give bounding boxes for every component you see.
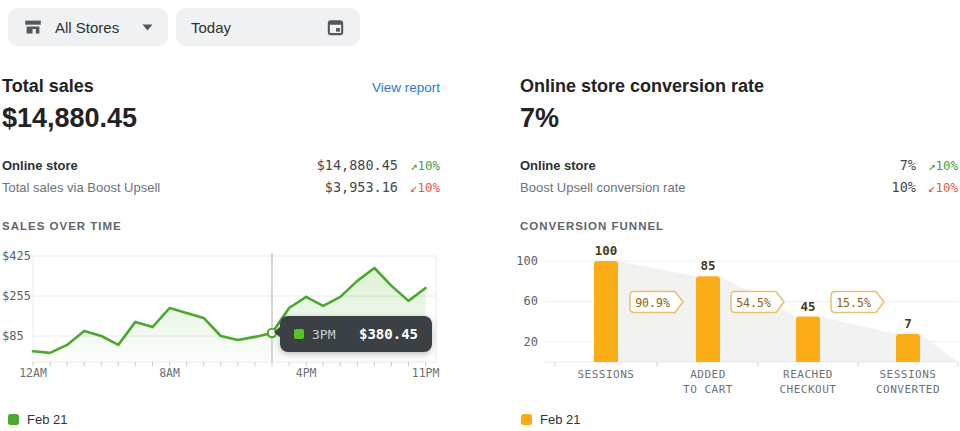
funnel-y-labels: 1006020 bbox=[516, 254, 538, 349]
metric-label: Total sales via Boost Upsell bbox=[2, 180, 268, 195]
svg-text:CHECKOUT: CHECKOUT bbox=[780, 383, 837, 396]
metric-change: ↙10% bbox=[924, 180, 958, 195]
store-selector-label: All Stores bbox=[55, 19, 119, 36]
svg-text:CONVERTED: CONVERTED bbox=[876, 383, 940, 396]
svg-text:8AM: 8AM bbox=[159, 366, 180, 380]
tooltip-value: $380.45 bbox=[359, 326, 418, 342]
analytics-dashboard: { "header": { "store_selector": { "label… bbox=[0, 0, 960, 431]
metric-row-online-store: Online store $14,880.45 ↗10% bbox=[2, 154, 440, 176]
tooltip-series-swatch bbox=[294, 329, 304, 339]
svg-text:$425: $425 bbox=[2, 249, 31, 263]
svg-text:100: 100 bbox=[516, 254, 538, 268]
metric-value: 10% bbox=[786, 179, 916, 195]
svg-text:ADDED: ADDED bbox=[690, 368, 726, 381]
svg-text:54.5%: 54.5% bbox=[736, 296, 771, 310]
total-sales-breakdown: Online store $14,880.45 ↗10% Total sales… bbox=[2, 154, 440, 198]
svg-text:SESSIONS: SESSIONS bbox=[880, 368, 937, 381]
svg-text:$255: $255 bbox=[2, 289, 31, 303]
metric-value: $3,953.16 bbox=[268, 179, 398, 195]
svg-text:SESSIONS: SESSIONS bbox=[578, 368, 635, 381]
store-selector-button[interactable]: All Stores bbox=[8, 8, 168, 46]
legend-label: Feb 21 bbox=[540, 412, 580, 427]
funnel-legend: Feb 21 bbox=[521, 412, 580, 427]
funnel-category-labels: SESSIONSADDEDTO CARTREACHEDCHECKOUTSESSI… bbox=[578, 368, 941, 396]
date-range-label: Today bbox=[191, 19, 231, 36]
svg-text:REACHED: REACHED bbox=[783, 368, 833, 381]
metric-change: ↗10% bbox=[406, 158, 440, 173]
conversion-title: Online store conversion rate bbox=[520, 76, 764, 97]
metric-row-online-store: Online store 7% ↗10% bbox=[520, 154, 958, 176]
conversion-funnel-heading: CONVERSION FUNNEL bbox=[520, 220, 664, 232]
legend-swatch-orange bbox=[521, 414, 532, 425]
chart-tooltip: 3PM $380.45 bbox=[280, 316, 432, 352]
total-sales-title: Total sales bbox=[2, 76, 94, 97]
svg-text:85: 85 bbox=[700, 258, 715, 273]
calendar-icon bbox=[326, 18, 345, 37]
metric-row-boost-upsell: Boost Upsell conversion rate 10% ↙10% bbox=[520, 176, 958, 198]
storefront-icon bbox=[23, 17, 43, 37]
svg-text:100: 100 bbox=[595, 245, 618, 258]
svg-text:4PM: 4PM bbox=[296, 366, 317, 380]
svg-text:$85: $85 bbox=[2, 329, 24, 343]
conversion-funnel-chart[interactable]: 1006020 10085457 90.9% 54.5% 15.5% SESSI… bbox=[515, 245, 960, 405]
metric-value: 7% bbox=[786, 157, 916, 173]
svg-text:15.5%: 15.5% bbox=[836, 296, 871, 310]
svg-text:7: 7 bbox=[904, 316, 912, 331]
conversion-value: 7% bbox=[520, 103, 559, 134]
metric-value: $14,880.45 bbox=[268, 157, 398, 173]
date-range-button[interactable]: Today bbox=[176, 8, 360, 46]
svg-text:12AM: 12AM bbox=[19, 366, 47, 380]
top-filter-bar: All Stores Today bbox=[0, 0, 960, 56]
metric-row-boost-upsell: Total sales via Boost Upsell $3,953.16 ↙… bbox=[2, 176, 440, 198]
chevron-down-icon bbox=[142, 24, 153, 31]
metric-label: Online store bbox=[2, 158, 268, 173]
svg-text:20: 20 bbox=[524, 335, 538, 349]
sales-legend: Feb 21 bbox=[8, 412, 67, 427]
legend-label: Feb 21 bbox=[27, 412, 67, 427]
metric-label: Boost Upsell conversion rate bbox=[520, 180, 786, 195]
metric-change: ↗10% bbox=[924, 158, 958, 173]
conversion-breakdown: Online store 7% ↗10% Boost Upsell conver… bbox=[520, 154, 958, 198]
total-sales-value: $14,880.45 bbox=[2, 103, 137, 134]
metric-change: ↙10% bbox=[406, 180, 440, 195]
svg-text:90.9%: 90.9% bbox=[635, 296, 670, 310]
funnel-stage-badges: 90.9% 54.5% 15.5% bbox=[630, 292, 884, 313]
legend-swatch-green bbox=[8, 414, 19, 425]
svg-text:TO CART: TO CART bbox=[683, 383, 733, 396]
metric-label: Online store bbox=[520, 158, 786, 173]
svg-text:45: 45 bbox=[800, 299, 815, 314]
tooltip-time: 3PM bbox=[312, 327, 335, 342]
view-report-link[interactable]: View report bbox=[372, 80, 440, 95]
sales-over-time-heading: SALES OVER TIME bbox=[2, 220, 122, 232]
sales-over-time-chart[interactable]: $425$255$8512AM8AM4PM11PM 3PM $380.45 bbox=[0, 245, 442, 380]
svg-text:11PM: 11PM bbox=[412, 366, 440, 380]
svg-text:60: 60 bbox=[524, 294, 538, 308]
